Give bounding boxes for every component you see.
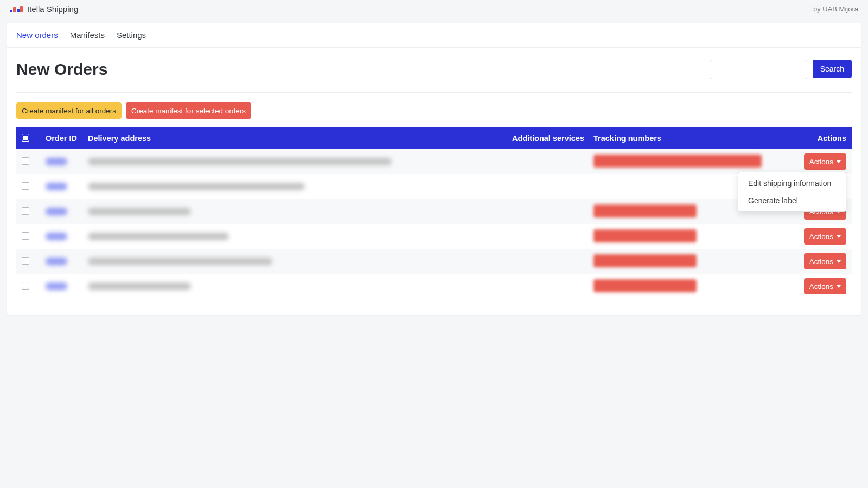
row-checkbox[interactable] bbox=[22, 232, 29, 240]
actions-button-label: Actions bbox=[809, 233, 833, 241]
delivery-address bbox=[88, 282, 191, 290]
dropdown-item-generate-label[interactable]: Generate label bbox=[738, 192, 846, 209]
actions-button-label: Actions bbox=[809, 258, 833, 266]
actions-dropdown: Edit shipping informationGenerate label bbox=[738, 172, 846, 212]
app-name: Itella Shipping bbox=[27, 4, 78, 14]
delivery-address bbox=[88, 233, 229, 240]
page-title: New Orders bbox=[16, 60, 107, 79]
tracking-badge bbox=[593, 155, 762, 168]
actions-button[interactable]: Actions bbox=[804, 278, 846, 294]
table-row: ActionsEdit shipping informationGenerate… bbox=[16, 149, 852, 174]
order-id-link[interactable] bbox=[46, 282, 67, 290]
create-manifest-selected-button[interactable]: Create manifest for selected orders bbox=[126, 102, 251, 119]
tab-manifests[interactable]: Manifests bbox=[70, 30, 105, 40]
table-row: Actions bbox=[16, 174, 852, 199]
actions-button[interactable]: Actions bbox=[804, 228, 846, 245]
tracking-numbers bbox=[593, 155, 794, 169]
th-actions: Actions bbox=[794, 134, 846, 143]
actions-button[interactable]: Actions bbox=[804, 153, 846, 170]
tracking-badge bbox=[593, 254, 697, 267]
search-row: Search bbox=[710, 60, 852, 79]
tab-settings[interactable]: Settings bbox=[117, 30, 146, 40]
app-shell: New orders Manifests Settings New Orders… bbox=[7, 23, 861, 315]
tracking-badge bbox=[593, 204, 697, 217]
table-body: ActionsEdit shipping informationGenerate… bbox=[16, 149, 852, 299]
select-all-checkbox[interactable] bbox=[22, 134, 29, 142]
th-tracking-numbers: Tracking numbers bbox=[593, 134, 794, 143]
tracking-numbers bbox=[593, 279, 794, 294]
delivery-address bbox=[88, 158, 392, 165]
tracking-badge bbox=[593, 279, 697, 292]
dropdown-item-edit-shipping[interactable]: Edit shipping information bbox=[738, 175, 846, 192]
actions-button-label: Actions bbox=[809, 158, 833, 166]
page-head: New Orders Search bbox=[16, 60, 852, 93]
table-row: Actions bbox=[16, 224, 852, 249]
brand-logo-icon bbox=[10, 5, 23, 13]
row-checkbox[interactable] bbox=[22, 207, 29, 215]
content: New Orders Search Create manifest for al… bbox=[7, 48, 861, 315]
order-id-link[interactable] bbox=[46, 258, 67, 265]
row-checkbox[interactable] bbox=[22, 157, 29, 165]
table-row: Actions bbox=[16, 274, 852, 299]
top-bar: Itella Shipping by UAB Mijora bbox=[0, 0, 868, 18]
order-id-link[interactable] bbox=[46, 233, 67, 240]
chevron-down-icon bbox=[837, 285, 841, 288]
table-row: Actions bbox=[16, 199, 852, 224]
th-delivery-address: Delivery address bbox=[88, 134, 512, 143]
search-input[interactable] bbox=[710, 60, 807, 79]
tracking-badge bbox=[593, 229, 697, 242]
tracking-numbers bbox=[593, 229, 794, 244]
order-id-link[interactable] bbox=[46, 158, 67, 165]
orders-table: Order ID Delivery address Additional ser… bbox=[16, 127, 852, 299]
chevron-down-icon bbox=[837, 260, 841, 263]
delivery-address bbox=[88, 183, 305, 190]
tracking-numbers bbox=[593, 254, 794, 269]
row-checkbox[interactable] bbox=[22, 282, 29, 290]
credit-text: by UAB Mijora bbox=[813, 5, 858, 13]
th-additional-services: Additional services bbox=[512, 134, 593, 143]
order-id-link[interactable] bbox=[46, 183, 67, 190]
order-id-link[interactable] bbox=[46, 208, 67, 215]
delivery-address bbox=[88, 258, 272, 265]
table-row: Actions bbox=[16, 249, 852, 274]
actions-button-label: Actions bbox=[809, 282, 833, 291]
row-checkbox[interactable] bbox=[22, 257, 29, 265]
chevron-down-icon bbox=[837, 160, 841, 163]
actions-button[interactable]: Actions bbox=[804, 253, 846, 269]
row-checkbox[interactable] bbox=[22, 182, 29, 190]
batch-buttons: Create manifest for all orders Create ma… bbox=[16, 102, 852, 119]
chevron-down-icon bbox=[837, 235, 841, 238]
tab-new-orders[interactable]: New orders bbox=[16, 30, 58, 40]
th-order-id: Order ID bbox=[46, 134, 88, 143]
delivery-address bbox=[88, 208, 191, 215]
brand: Itella Shipping bbox=[10, 4, 78, 14]
search-button[interactable]: Search bbox=[813, 60, 852, 78]
tabs: New orders Manifests Settings bbox=[7, 23, 861, 48]
table-header: Order ID Delivery address Additional ser… bbox=[16, 127, 852, 149]
create-manifest-all-button[interactable]: Create manifest for all orders bbox=[16, 102, 122, 119]
